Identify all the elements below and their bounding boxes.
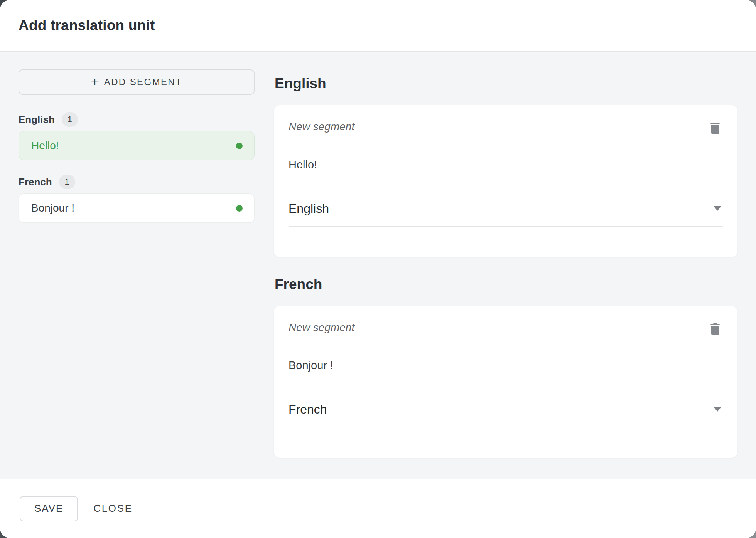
chevron-down-icon bbox=[714, 407, 721, 412]
language-select-french[interactable]: French bbox=[289, 401, 723, 417]
select-underline bbox=[289, 226, 723, 227]
language-select-value: French bbox=[289, 402, 327, 417]
segment-item-english[interactable]: Hello! bbox=[19, 131, 255, 160]
add-segment-button[interactable]: + ADD SEGMENT bbox=[19, 69, 255, 95]
segment-item-text: Hello! bbox=[31, 140, 59, 152]
editor-card-top-row: New segment bbox=[289, 118, 723, 138]
segment-list-panel: + ADD SEGMENT English 1 Hello! French 1 … bbox=[19, 52, 255, 479]
delete-icon bbox=[707, 321, 723, 337]
language-group-french: French 1 bbox=[19, 174, 255, 190]
delete-segment-button[interactable] bbox=[706, 119, 724, 138]
dialog-footer: SAVE CLOSE bbox=[0, 479, 756, 538]
group-label: English bbox=[19, 114, 55, 126]
add-segment-label: ADD SEGMENT bbox=[104, 77, 182, 87]
save-button[interactable]: SAVE bbox=[20, 496, 78, 521]
editor-card-french: New segment Bonjour ! French bbox=[274, 306, 737, 458]
delete-segment-button[interactable] bbox=[706, 320, 724, 338]
delete-icon bbox=[707, 121, 723, 136]
language-select-value: English bbox=[289, 202, 329, 216]
segment-editor-panel: English New segment Hello! English Frenc… bbox=[274, 52, 737, 479]
dialog-header: Add translation unit bbox=[0, 0, 756, 52]
editor-heading-french: French bbox=[275, 276, 737, 293]
plus-icon: + bbox=[91, 75, 99, 88]
editor-card-english: New segment Hello! English bbox=[274, 105, 737, 257]
segment-count-badge: 1 bbox=[62, 112, 78, 127]
segment-state-label: New segment bbox=[289, 118, 354, 133]
group-label: French bbox=[19, 176, 52, 188]
segment-count-badge: 1 bbox=[59, 175, 75, 189]
add-translation-unit-dialog: Add translation unit + ADD SEGMENT Engli… bbox=[0, 0, 756, 538]
close-button[interactable]: CLOSE bbox=[93, 503, 132, 514]
dialog-content: + ADD SEGMENT English 1 Hello! French 1 … bbox=[0, 52, 756, 479]
segment-text-field[interactable]: Hello! bbox=[289, 158, 723, 171]
status-dot-icon bbox=[236, 143, 243, 149]
editor-heading-english: English bbox=[275, 75, 737, 92]
language-group-english: English 1 bbox=[19, 112, 255, 127]
chevron-down-icon bbox=[714, 206, 721, 211]
language-select-english[interactable]: English bbox=[289, 200, 723, 217]
segment-state-label: New segment bbox=[289, 319, 354, 334]
segment-item-text: Bonjour ! bbox=[31, 202, 74, 214]
segment-item-french[interactable]: Bonjour ! bbox=[19, 193, 255, 223]
segment-text-field[interactable]: Bonjour ! bbox=[289, 359, 723, 372]
status-dot-icon bbox=[236, 205, 243, 212]
select-underline bbox=[289, 427, 723, 427]
editor-card-top-row: New segment bbox=[289, 319, 723, 338]
page-title: Add translation unit bbox=[19, 17, 155, 34]
